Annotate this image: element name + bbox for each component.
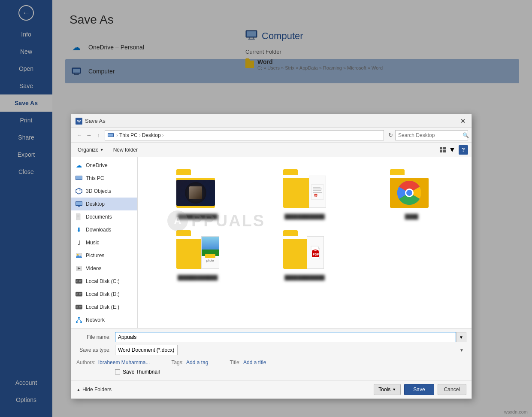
svg-rect-36 [79,293,82,294]
dialog-close-button[interactable]: ✕ [459,117,467,125]
file-item-folder2[interactable]: img ████████████ [253,166,356,222]
nav-network-icon [75,316,83,324]
dialog-title-icon: W [76,118,82,125]
svg-text:PDF: PDF [313,253,319,256]
svg-line-46 [77,319,79,321]
search-icon[interactable]: 🔍 [462,132,469,138]
tools-arrow-icon: ▼ [392,387,396,392]
chevron-up-icon: ▲ [76,387,81,392]
nav-3d-objects[interactable]: 3D Objects [71,185,137,198]
file-item-folder3[interactable]: ████ [360,166,463,222]
search-input[interactable] [398,132,462,138]
svg-point-44 [76,321,78,323]
save-as-type-row: Save as type: Word Document (*.docx) PDF… [76,345,466,355]
file-item-folder4[interactable]: photo ████████████ [146,227,249,283]
organize-dropdown-icon: ▼ [100,148,104,152]
svg-point-45 [80,321,82,323]
nav-local-disk-e[interactable]: Local Disk (E:) [71,301,137,314]
forward-nav-button[interactable]: → [84,131,94,140]
dialog-bottom-form: File name: ▼ Save as type: Word Document… [71,328,472,380]
svg-rect-51 [313,190,321,191]
nav-videos-icon [75,264,83,273]
folder4-thumb: photo [176,230,219,273]
svg-rect-42 [79,307,81,307]
nav-onedrive[interactable]: ☁ OneDrive [71,159,137,172]
svg-rect-9 [443,147,446,149]
nav-downloads[interactable]: ⬇ Downloads [71,223,137,236]
folder3-thumb [390,169,433,212]
nav-music-icon: ♩ [75,238,83,247]
save-as-type-select[interactable]: Word Document (*.docx) PDF (*.pdf) Plain… [115,345,178,355]
organize-button[interactable]: Organize ▼ [75,146,107,154]
nav-music[interactable]: ♩ Music [71,236,137,249]
nav-desktop[interactable]: Desktop [71,198,137,210]
this-pc-breadcrumb[interactable] [108,132,115,138]
dialog-title-text: Save As [85,118,459,124]
folder2-thumb: img [283,169,326,212]
tools-button[interactable]: Tools ▼ [374,384,401,395]
thumbnail-checkbox[interactable] [115,369,120,374]
title-value[interactable]: Add a title [243,359,266,365]
svg-rect-52 [313,192,322,193]
svg-text:img: img [314,195,318,197]
svg-marker-15 [79,188,82,191]
folder1-name: ████████████ [178,214,218,219]
tags-value[interactable]: Add a tag [186,359,208,365]
nav-local-disk-d[interactable]: Local Disk (D:) [71,288,137,301]
svg-rect-11 [443,150,446,152]
this-pc-label[interactable]: This PC [119,132,138,138]
folder1-thumb [176,169,219,212]
svg-rect-20 [77,215,79,215]
file-panel: ████████████ [138,157,472,328]
back-nav-button[interactable]: ← [75,131,84,140]
svg-rect-50 [313,189,322,189]
nav-3d-icon [75,187,83,195]
desktop-breadcrumb[interactable]: Desktop [142,132,161,138]
dialog-titlebar: W Save As ✕ [71,114,472,128]
svg-point-30 [77,281,78,282]
nav-local-disk-c[interactable]: Local Disk (C:) [71,275,137,288]
nav-desktop-icon [75,200,83,208]
file-item-folder5[interactable]: PDF ████████████ [253,227,356,283]
hide-folders-button[interactable]: ▲ Hide Folders [76,387,112,393]
nav-panel: ☁ OneDrive This PC 3D Objects Desktop [71,157,138,328]
folder5-name: ████████████ [284,275,325,280]
dialog-actions: ▲ Hide Folders Tools ▼ Save Cancel [71,380,472,399]
dialog-body: ☁ OneDrive This PC 3D Objects Desktop [71,157,472,328]
save-as-type-label: Save as type: [76,347,115,353]
svg-rect-41 [79,306,82,307]
view-dropdown-button[interactable]: ▼ [447,145,457,155]
authors-label: Authors: [76,359,96,365]
new-folder-button[interactable]: New folder [109,146,142,154]
refresh-button[interactable]: ↻ [386,131,395,140]
file-name-input[interactable] [115,332,456,342]
nav-downloads-icon: ⬇ [75,225,83,234]
svg-rect-18 [78,206,80,207]
nav-documents[interactable]: Documents [71,210,137,223]
authors-value[interactable]: Ibraheem Muhamma... [98,359,150,365]
svg-rect-10 [440,150,442,152]
svg-point-40 [77,307,78,307]
svg-rect-32 [79,281,81,282]
view-toggle-button[interactable] [438,145,447,155]
save-as-type-wrapper: Word Document (*.docx) PDF (*.pdf) Plain… [115,345,466,355]
svg-rect-49 [313,187,320,188]
nav-disk-d-icon [75,290,83,298]
nav-videos[interactable]: Videos [71,262,137,275]
nav-network[interactable]: Network [71,314,137,326]
nav-this-pc[interactable]: This PC [71,172,137,185]
file-name-dropdown[interactable]: ▼ [456,332,466,342]
thumbnail-row: Save Thumbnail [76,367,466,377]
folder2-name: ████████████ [284,214,325,219]
file-item-folder1[interactable]: ████████████ [146,166,249,222]
title-label: Title: [230,359,241,365]
cancel-button[interactable]: Cancel [438,384,466,395]
help-button[interactable]: ? [459,145,468,155]
svg-rect-17 [76,202,82,205]
folder5-thumb: PDF [283,230,326,273]
address-bar[interactable]: › This PC › Desktop › [105,130,384,140]
svg-point-57 [406,190,412,196]
up-nav-button[interactable]: ↑ [94,131,103,140]
nav-pictures[interactable]: Pictures [71,249,137,262]
save-button[interactable]: Save [404,384,434,395]
